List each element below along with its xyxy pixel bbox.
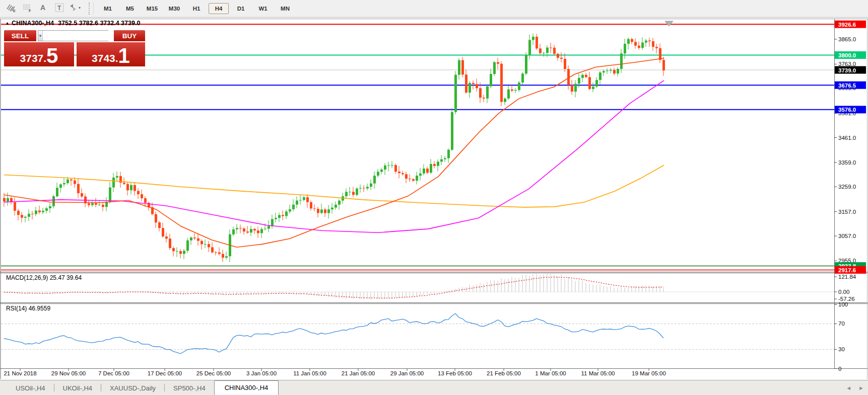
svg-text:A: A	[40, 4, 45, 12]
objects-arrange-button[interactable]	[68, 2, 83, 16]
price-tick-label: 3359.0	[838, 160, 856, 166]
macd-indicator-label: MACD(12,26,9) 25.47 39.64	[6, 274, 82, 281]
time-axis-label: 7 Dec 05:00	[98, 370, 129, 376]
time-axis-label: 13 Feb 05:00	[438, 370, 472, 376]
time-axis-label: 25 Dec 05:00	[196, 370, 231, 376]
price-tick-label: 3461.0	[838, 135, 856, 141]
rsi-axis-label: 100	[838, 301, 848, 307]
timeframe-h4-button[interactable]: H4	[209, 3, 229, 14]
price-tick-label: 3057.0	[838, 233, 856, 239]
sell-price-panel[interactable]: 3737.5	[4, 42, 74, 66]
time-axis-label: 3 Jan 05:00	[246, 370, 277, 376]
chart-tab-bar: USOil-,H4UKOil-,H4XAUUSD-,DailySP500-,H4…	[0, 380, 868, 395]
time-axis-label: 21 Jan 05:00	[342, 370, 375, 376]
collapse-triangle-icon[interactable]: ▲	[5, 21, 10, 26]
macd-axis-label: 121.84	[838, 274, 856, 280]
svg-text:E: E	[13, 9, 16, 13]
timeframe-m30-button[interactable]: M30	[164, 3, 184, 14]
time-axis-label: 29 Jan 05:00	[390, 370, 424, 376]
time-axis-label: 21 Feb 05:00	[487, 370, 521, 376]
sell-button[interactable]: SELL	[4, 30, 36, 41]
price-badge-label: 3676.5	[838, 83, 856, 89]
chart-tabs: USOil-,H4UKOil-,H4XAUUSD-,DailySP500-,H4…	[7, 380, 279, 395]
symbol-info: ▲CHINA300-,H43752.5 3782.6 3732.4 3739.0	[5, 20, 140, 27]
text-box-button[interactable]: T	[52, 2, 67, 16]
text-label-icon: A	[38, 2, 49, 15]
mt4-window: EFAT M1M5M15M30H1H4D1W1MN 3865.03763.036…	[0, 0, 868, 395]
scale-marker-icon	[665, 21, 673, 26]
sell-price-big-digit: 5	[46, 47, 58, 65]
timeframe-d1-button[interactable]: D1	[231, 3, 251, 14]
toolbar: EFAT M1M5M15M30H1H4D1W1MN	[0, 0, 868, 18]
indicators-hatch-icon: E	[6, 2, 17, 15]
svg-text:T: T	[57, 5, 61, 12]
template-grid-button[interactable]: F	[20, 2, 35, 16]
ma-fast-line	[4, 58, 664, 248]
timeframe-m15-button[interactable]: M15	[142, 3, 162, 14]
symbol-name: CHINA300-,H4	[12, 20, 54, 27]
one-click-trading-panel: SELL ▼ ▲ BUY 3737.5 3743.1	[4, 30, 145, 66]
objects-arrange-icon	[68, 2, 83, 15]
svg-text:F: F	[29, 9, 31, 13]
timeframe-m1-button[interactable]: M1	[98, 3, 118, 14]
timeframe-m5-button[interactable]: M5	[120, 3, 140, 14]
time-axis-label: 29 Nov 05:00	[51, 370, 86, 376]
symbol-ohlc: 3752.5 3782.6 3732.4 3739.0	[58, 20, 140, 27]
chart-area: 3865.03763.03665.03561.03461.03359.03259…	[0, 18, 868, 380]
price-badge-label: 3800.0	[838, 52, 856, 58]
price-tick-label: 3259.0	[838, 184, 856, 190]
time-axis-label: 17 Dec 05:00	[148, 370, 182, 376]
macd-axis-label: 0.00	[838, 289, 849, 295]
volume-decrease-button[interactable]: ▼	[38, 31, 43, 41]
rsi-line	[4, 313, 663, 354]
chart-tab-ukoil-h4[interactable]: UKOil-,H4	[54, 382, 101, 395]
timeframe-buttons: M1M5M15M30H1H4D1W1MN	[97, 3, 296, 14]
price-badge-label: 2917.6	[838, 267, 856, 273]
price-tick-label: 3157.0	[838, 209, 856, 215]
tabs-scroll-left-icon[interactable]: ◄	[846, 385, 851, 391]
chart-tab-usoil-h4[interactable]: USOil-,H4	[7, 382, 54, 395]
timeframe-h1-button[interactable]: H1	[186, 3, 207, 14]
buy-button[interactable]: BUY	[114, 30, 145, 41]
volume-box: ▼ ▲	[38, 30, 108, 41]
rsi-indicator-label: RSI(14) 46.9559	[6, 305, 50, 312]
text-box-icon: T	[54, 2, 65, 15]
chart-tab-china300-h4[interactable]: CHINA300-,H4	[214, 380, 279, 395]
chart-tab-xauusd-daily[interactable]: XAUUSD-,Daily	[101, 382, 164, 395]
rsi-axis-label: 30	[838, 346, 845, 352]
time-axis-label: 1 Mar 05:00	[535, 370, 566, 376]
price-tick-label: 3865.0	[838, 36, 856, 42]
time-axis-label: 11 Jan 05:00	[293, 370, 326, 376]
timeframe-mn-button[interactable]: MN	[275, 3, 295, 14]
indicators-hatch-button[interactable]: E	[4, 2, 19, 16]
price-badge-label: 3576.0	[838, 107, 856, 113]
buy-price-panel[interactable]: 3743.1	[77, 42, 145, 66]
price-badge-label: 3739.0	[838, 67, 856, 73]
buy-price-main: 3743.	[92, 53, 118, 65]
timeframe-w1-button[interactable]: W1	[253, 3, 273, 14]
rsi-axis-label: 0	[838, 366, 841, 372]
toolbar-icons: EFAT	[0, 2, 84, 16]
sell-price-main: 3737.	[20, 53, 47, 65]
buy-price-big-digit: 1	[118, 47, 130, 65]
rsi-axis-label: 70	[838, 321, 845, 327]
time-axis-label: 21 Nov 2018	[4, 370, 36, 376]
price-chart-canvas[interactable]: 3865.03763.03665.03561.03461.03359.03259…	[0, 18, 868, 380]
chart-tab-sp500-h4[interactable]: SP500-,H4	[165, 382, 214, 395]
text-label-button[interactable]: A	[36, 2, 51, 16]
tabs-scroll-right-icon[interactable]: ►	[858, 385, 864, 391]
time-axis-label: 19 Mar 05:00	[632, 370, 666, 376]
price-badge-label: 3926.6	[838, 22, 856, 28]
toolbar-grip[interactable]	[89, 3, 94, 15]
template-grid-icon: F	[22, 2, 33, 15]
time-axis-label: 11 Mar 05:00	[581, 370, 615, 376]
